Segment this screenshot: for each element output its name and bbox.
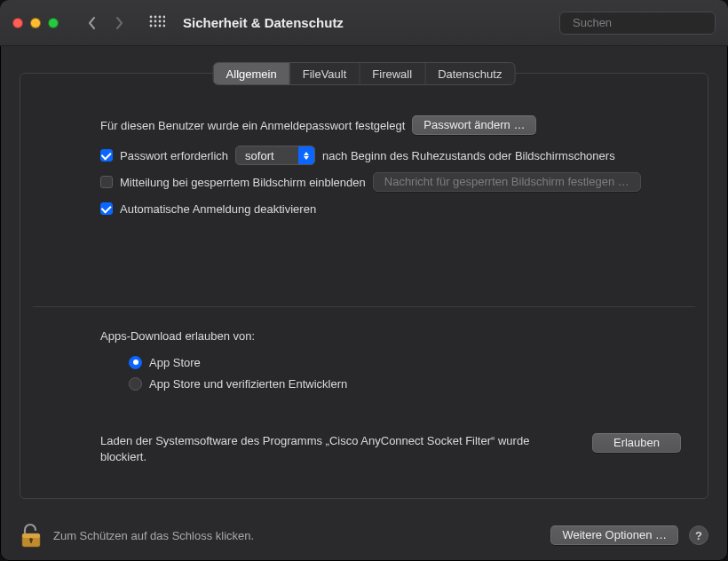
disable-autologin-label: Automatische Anmeldung deaktivieren [120,202,316,216]
lock-message-checkbox[interactable] [100,176,113,188]
preferences-window: Sicherheit & Datenschutz Allgemein FileV… [0,0,728,561]
footer: Zum Schützen auf das Schloss klicken. We… [0,510,728,561]
page-title: Sicherheit & Datenschutz [183,15,344,30]
grid-icon [149,15,165,31]
blocked-software-message: Laden der Systemsoftware des Programms „… [100,433,571,464]
window-controls [12,18,59,28]
lock-message-label: Mitteilung bei gesperrtem Bildschirm ein… [120,176,366,189]
svg-rect-15 [22,533,40,538]
advanced-options-button[interactable]: Weitere Optionen … [550,525,678,545]
svg-point-4 [150,20,153,22]
tab-filevault[interactable]: FileVault [290,63,360,84]
blocked-software-section: Laden der Systemsoftware des Programms „… [20,433,708,464]
allow-blocked-button[interactable]: Erlauben [592,433,681,453]
lock-open-icon [20,522,43,549]
back-button[interactable] [80,12,105,34]
svg-point-8 [150,24,153,27]
search-input[interactable] [573,16,722,29]
app-download-section: Apps-Download erlauben von: App Store Ap… [20,323,708,394]
settings-panel: Allgemein FileVault Firewall Datenschutz… [20,73,708,499]
titlebar: Sicherheit & Datenschutz [0,0,728,46]
section-divider [33,306,695,307]
chevron-left-icon [87,17,98,29]
svg-point-0 [150,15,153,18]
svg-point-5 [154,20,157,22]
svg-rect-17 [30,540,32,543]
password-set-label: Für diesen Benutzer wurde ein Anmeldepas… [100,119,405,132]
svg-point-9 [154,24,157,27]
svg-point-3 [163,15,165,18]
svg-point-6 [159,20,162,22]
zoom-window-button[interactable] [48,18,59,28]
allow-appstore-and-dev-radio[interactable] [129,377,142,391]
set-lock-message-button: Nachricht für gesperrten Bildschirm fest… [373,172,641,192]
require-password-label: Passwort erforderlich [120,149,228,162]
tab-firewall[interactable]: Firewall [360,63,425,84]
forward-button[interactable] [107,12,131,34]
svg-point-11 [163,24,165,27]
minimize-window-button[interactable] [30,18,41,28]
require-password-delay-value: sofort [236,149,298,162]
app-download-heading: Apps-Download erlauben von: [100,329,255,343]
tab-privacy[interactable]: Datenschutz [425,63,514,84]
require-password-after-label: nach Beginn des Ruhezustands oder Bildsc… [322,149,615,162]
svg-point-1 [154,15,157,18]
tab-bar: Allgemein FileVault Firewall Datenschutz [213,62,516,85]
help-button[interactable]: ? [689,525,708,545]
require-password-delay-select[interactable]: sofort [235,146,315,165]
change-password-button[interactable]: Passwort ändern … [412,115,536,135]
chevron-right-icon [114,17,124,29]
nav-buttons [80,12,131,34]
require-password-checkbox[interactable] [100,149,113,162]
svg-point-10 [159,24,162,27]
allow-appstore-and-dev-label: App Store und verifizierten Entwicklern [149,377,347,391]
allow-appstore-label: App Store [149,356,201,369]
lock-hint-text: Zum Schützen auf das Schloss klicken. [53,529,254,542]
allow-appstore-radio[interactable] [129,356,142,369]
show-all-button[interactable] [147,13,167,33]
svg-point-7 [163,20,165,22]
login-password-section: Für diesen Benutzer wurde ein Anmeldepas… [20,106,708,221]
select-arrows-icon [298,146,314,164]
search-field[interactable] [559,12,716,35]
tab-general[interactable]: Allgemein [214,63,290,84]
lock-button[interactable] [20,522,43,549]
disable-autologin-checkbox[interactable] [100,202,113,215]
close-window-button[interactable] [12,18,23,28]
svg-point-2 [159,15,162,18]
